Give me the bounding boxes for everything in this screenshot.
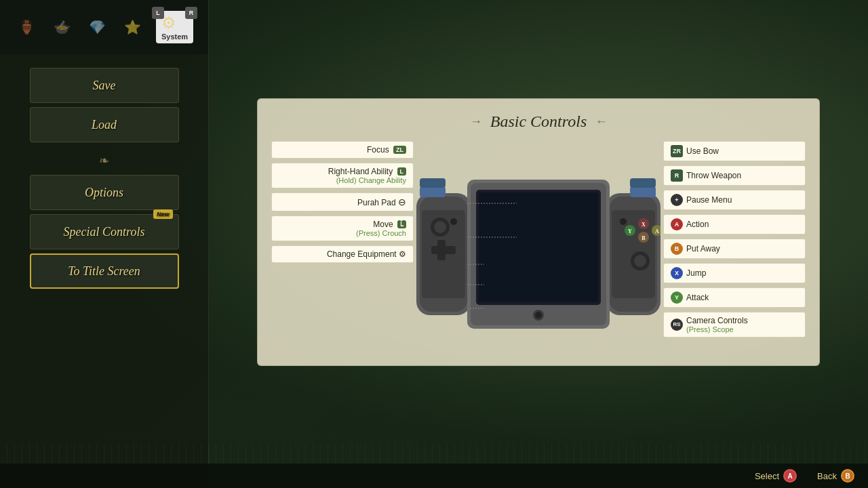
- svg-text:B: B: [642, 235, 646, 241]
- load-button[interactable]: Load: [30, 107, 179, 142]
- svg-point-7: [450, 218, 457, 225]
- a-badge: A: [671, 218, 683, 230]
- zr-badge: ZR: [671, 145, 683, 157]
- use-bow-label: ZR Use Bow: [663, 141, 806, 161]
- back-btn: B: [841, 469, 854, 483]
- select-label: Select: [755, 471, 779, 481]
- right-badge: R: [185, 7, 197, 19]
- nav-tab-system-active[interactable]: L ⚙ System R: [156, 11, 193, 43]
- special-controls-button[interactable]: New Special Controls: [30, 214, 179, 249]
- controller-layout: Focus ZL Right-Hand Ability L (Hold) Cha…: [271, 141, 806, 351]
- svg-rect-6: [437, 240, 446, 260]
- svg-point-23: [620, 218, 627, 225]
- x-badge: X: [671, 267, 683, 279]
- main-content: → Basic Controls ← Focus ZL Right-Hand A…: [209, 0, 868, 464]
- nav-tabs: 🏺 🍲 💎 ⭐ L ⚙ System R: [0, 0, 208, 54]
- wave-decoration: [0, 443, 868, 464]
- bottom-bar: Select A Back B: [0, 464, 868, 488]
- camera-label: RS Camera Controls (Press) Scope: [663, 312, 806, 338]
- change-equip-label: Change Equipment ⚙: [271, 245, 414, 263]
- right-hand-label: Right-Hand Ability L (Hold) Change Abili…: [271, 163, 414, 188]
- svg-point-14: [634, 255, 646, 267]
- rs-badge: RS: [671, 319, 683, 331]
- nav-icon-material[interactable]: 💎: [85, 15, 110, 39]
- svg-rect-8: [420, 186, 446, 197]
- title-arrow-right: ←: [595, 115, 607, 129]
- back-action: Back B: [817, 469, 854, 483]
- nav-icon-inventory[interactable]: 🏺: [15, 15, 39, 39]
- svg-rect-24: [630, 186, 656, 197]
- left-badge: L: [152, 7, 164, 19]
- system-tab-label: System: [161, 33, 188, 41]
- svg-rect-9: [420, 178, 446, 188]
- pause-menu-label: + Pause Menu: [663, 190, 806, 210]
- svg-point-4: [434, 221, 446, 233]
- options-button[interactable]: Options: [30, 175, 179, 210]
- left-labels: Focus ZL Right-Hand Ability L (Hold) Cha…: [271, 141, 414, 263]
- sidebar: 🏺 🍲 💎 ⭐ L ⚙ System R Save Load ❧ Options: [0, 0, 209, 488]
- svg-rect-29: [479, 192, 598, 302]
- title-arrow-left: →: [470, 115, 482, 129]
- select-btn: A: [783, 469, 797, 483]
- b-badge: B: [671, 243, 683, 255]
- sidebar-buttons: Save Load ❧ Options New Special Controls…: [0, 54, 208, 293]
- controller-image: Y X A B: [416, 173, 660, 336]
- svg-point-31: [535, 312, 542, 319]
- jump-label: X Jump: [663, 263, 806, 283]
- divider-ornament: ❧: [77, 150, 132, 171]
- nav-icon-food[interactable]: 🍲: [50, 15, 75, 39]
- svg-text:X: X: [642, 222, 646, 228]
- throw-weapon-label: R Throw Weapon: [663, 165, 806, 186]
- to-title-button[interactable]: To Title Screen: [30, 253, 179, 289]
- attack-label: Y Attack: [663, 287, 806, 308]
- y-badge: Y: [671, 291, 683, 304]
- r-badge: R: [671, 169, 683, 182]
- new-badge: New: [153, 209, 173, 219]
- put-away-label: B Put Away: [663, 239, 806, 259]
- svg-text:Y: Y: [628, 228, 632, 235]
- move-label: Move L̈ (Press) Crouch: [271, 216, 414, 241]
- purah-pad-label: Purah Pad ⊖: [271, 192, 414, 211]
- panel-title: → Basic Controls ←: [271, 113, 806, 131]
- focus-label: Focus ZL: [271, 141, 414, 159]
- action-label: A Action: [663, 214, 806, 235]
- svg-rect-25: [630, 178, 656, 188]
- controls-panel: → Basic Controls ← Focus ZL Right-Hand A…: [257, 98, 820, 366]
- nav-icon-star[interactable]: ⭐: [121, 15, 145, 39]
- panel-title-text: Basic Controls: [490, 113, 587, 131]
- save-button[interactable]: Save: [30, 68, 179, 103]
- right-labels: ZR Use Bow R Throw Weapon + Pause Menu A…: [663, 141, 806, 338]
- select-action: Select A: [755, 469, 797, 483]
- svg-text:A: A: [655, 228, 659, 235]
- plus-badge: +: [671, 194, 683, 206]
- back-label: Back: [817, 471, 837, 481]
